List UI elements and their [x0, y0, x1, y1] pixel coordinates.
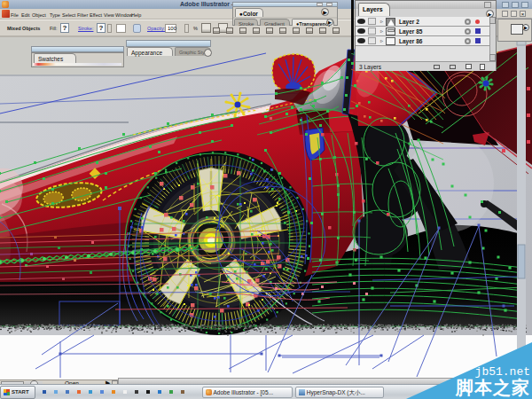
svg-text:jb51.net: jb51.net: [475, 365, 530, 379]
svg-text:脚本之家: 脚本之家: [455, 378, 530, 397]
